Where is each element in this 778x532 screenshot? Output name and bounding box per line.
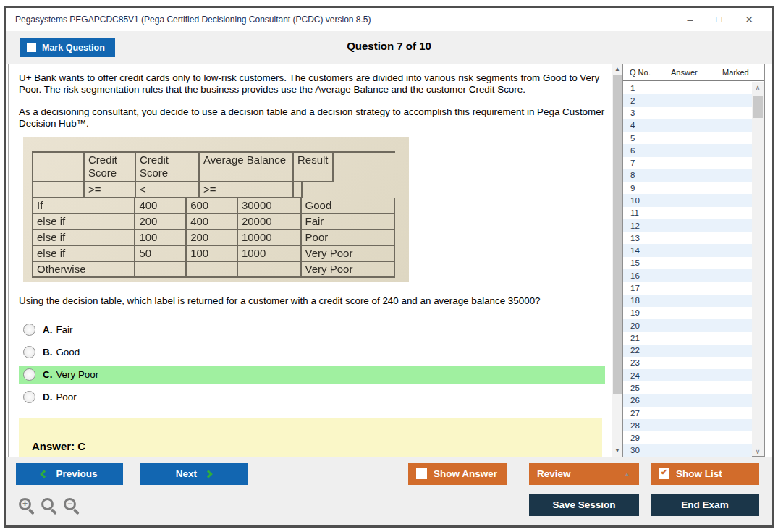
question-list-header: Q No. Answer Marked [623, 64, 764, 81]
question-list-row[interactable]: 17 [623, 282, 752, 294]
show-list-button[interactable]: ✔ Show List [651, 463, 759, 485]
scrollbar-thumb[interactable] [613, 75, 622, 394]
minimize-icon[interactable]: – [688, 12, 693, 27]
next-label: Next [176, 468, 197, 479]
scroll-down-icon[interactable]: ∨ [752, 448, 764, 454]
show-answer-button[interactable]: Show Answer [408, 463, 507, 485]
scroll-down-icon[interactable]: ▼ [612, 446, 622, 456]
question-list-row[interactable]: 23 [623, 357, 752, 369]
question-panel: U+ Bank wants to offer credit cards only… [8, 64, 612, 457]
decision-table-cell: 20000 [238, 214, 302, 230]
decision-table-row: Otherwise Very Poor [33, 262, 395, 278]
question-list-row[interactable]: 26 [623, 394, 752, 407]
question-list-row[interactable]: 30 [623, 444, 752, 457]
option-text: Good [56, 347, 80, 358]
question-list-row[interactable]: 9 [623, 182, 752, 194]
question-list-row[interactable]: 4 [623, 119, 752, 132]
answer-options: A. Fair B. Good C. Very Poor D. [19, 321, 601, 407]
question-list-row[interactable]: 27 [623, 407, 752, 419]
question-number: 21 [630, 334, 640, 342]
decision-table-cell [238, 262, 302, 278]
question-list-row[interactable]: 14 [623, 244, 752, 256]
answer-reveal-box: Answer: C [19, 418, 602, 457]
question-list-row[interactable]: 1 [623, 82, 752, 94]
answer-option[interactable]: C. Very Poor [19, 366, 605, 384]
main-scrollbar[interactable]: ▲ ▼ [612, 64, 622, 457]
question-number: 5 [630, 134, 635, 143]
decision-table-cell: 30000 [238, 198, 302, 214]
decision-table-cell: 100 [135, 230, 187, 246]
question-list-row[interactable]: 5 [623, 132, 752, 144]
radio-button-icon[interactable] [23, 391, 35, 403]
question-number: 13 [630, 234, 640, 242]
question-list-row[interactable]: 18 [623, 295, 752, 307]
question-number: 7 [630, 159, 635, 167]
question-number: 11 [630, 208, 639, 217]
question-number: 19 [630, 308, 640, 317]
decision-table-row: else if 100 200 10000 Poor [33, 230, 395, 246]
radio-button-icon[interactable] [23, 368, 35, 381]
zoom-in-icon[interactable]: + [19, 498, 31, 510]
decision-table-cell: 200 [135, 214, 187, 230]
maximize-icon[interactable]: □ [716, 12, 722, 27]
question-list-row[interactable]: 10 [623, 194, 752, 206]
zoom-out-icon[interactable]: − [64, 498, 76, 510]
question-list-row[interactable]: 24 [623, 369, 752, 381]
question-list-row[interactable]: 11 [623, 207, 752, 219]
question-list-row[interactable]: 29 [623, 431, 752, 444]
decision-table-image: Credit ScoreCredit ScoreAverage BalanceR… [23, 137, 409, 282]
question-list-row[interactable]: 2 [623, 94, 752, 106]
question-list-row[interactable]: 12 [623, 219, 752, 232]
answer-option[interactable]: D. Poor [19, 388, 605, 407]
question-list-row[interactable]: 28 [623, 419, 752, 431]
decision-table-header-cell: Average Balance [200, 153, 294, 182]
scroll-up-icon[interactable]: ∧ [752, 84, 764, 90]
question-number: 10 [630, 196, 640, 205]
question-list-row[interactable]: 7 [623, 157, 752, 169]
radio-button-icon[interactable] [23, 346, 35, 358]
previous-button[interactable]: Previous [16, 463, 123, 485]
zoom-reset-icon[interactable] [41, 498, 54, 510]
question-list-row[interactable]: 8 [623, 169, 752, 182]
column-qno: Q No. [630, 68, 651, 77]
radio-button-icon[interactable] [23, 324, 35, 336]
question-number: 17 [630, 284, 640, 292]
question-list-scrollbar[interactable]: ∧ ∨ [752, 82, 764, 456]
decision-table-operator-cell: >= [85, 182, 136, 198]
decision-table-cell [187, 262, 238, 278]
question-list-row[interactable]: 16 [623, 269, 752, 282]
question-number: 24 [630, 371, 640, 380]
save-session-button[interactable]: Save Session [529, 494, 639, 516]
question-list-row[interactable]: 15 [623, 257, 752, 269]
question-list-row[interactable]: 25 [623, 381, 752, 394]
question-list-row[interactable]: 3 [623, 107, 752, 119]
decision-table-cell: 100 [187, 246, 238, 262]
decision-table-operator-cell: >= [200, 182, 294, 198]
question-list-row[interactable]: 22 [623, 345, 752, 357]
scroll-up-icon[interactable]: ▲ [612, 64, 622, 75]
question-number: 25 [630, 384, 640, 392]
answer-label: Answer: C [32, 440, 85, 452]
question-paragraph: As a decisioning consultant, you decide … [19, 106, 609, 129]
triangle-up-icon: ▲ [624, 470, 630, 478]
option-letter: D. [43, 392, 52, 402]
scrollbar-thumb[interactable] [753, 96, 763, 118]
question-number: 2 [630, 96, 635, 105]
window-controls: – □ ✕ [688, 12, 753, 27]
question-number: 27 [630, 409, 640, 418]
question-number: 18 [630, 296, 640, 305]
question-list-row[interactable]: 20 [623, 319, 752, 332]
answer-option[interactable]: B. Good [19, 343, 605, 362]
answer-option[interactable]: A. Fair [19, 321, 605, 339]
question-list-row[interactable]: 19 [623, 307, 752, 319]
close-icon[interactable]: ✕ [745, 12, 753, 27]
decision-table-cell: 10000 [238, 230, 302, 246]
question-list-row[interactable]: 13 [623, 232, 752, 244]
chevron-left-icon [41, 470, 48, 478]
question-list-row[interactable]: 21 [623, 332, 752, 344]
end-exam-button[interactable]: End Exam [651, 494, 759, 516]
next-button[interactable]: Next [140, 463, 248, 485]
question-list-row[interactable]: 6 [623, 144, 752, 156]
review-button[interactable]: Review ▲ [529, 463, 639, 485]
decision-table-header-cell: Credit Score [136, 153, 200, 182]
